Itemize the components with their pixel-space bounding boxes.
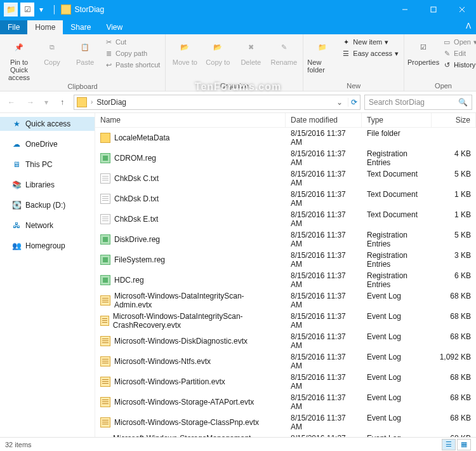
paste-icon: 📋 [75, 37, 95, 57]
chevron-right-icon[interactable]: › [89, 98, 94, 105]
table-row[interactable]: Microsoft-Windows-DataIntegrityScan-Admi… [95, 290, 476, 311]
forward-button[interactable]: → [23, 95, 38, 110]
path-icon: ≣ [104, 49, 113, 58]
copy-path-button[interactable]: ≣Copy path [103, 48, 161, 58]
file-date: 8/15/2016 11:37 AM [286, 230, 362, 249]
homegroup-icon: 👥 [11, 241, 22, 251]
nav-this-pc[interactable]: 🖥This PC [0, 158, 95, 172]
header-name[interactable]: Name [95, 113, 286, 127]
properties-qat-icon[interactable]: ☑ [20, 3, 34, 17]
close-button[interactable] [447, 0, 476, 19]
properties-icon: ☑ [413, 37, 433, 57]
tab-home[interactable]: Home [27, 20, 63, 34]
copy-to-button[interactable]: 📂Copy to [202, 37, 233, 66]
rename-button[interactable]: ✎Rename [268, 37, 299, 66]
table-row[interactable]: HDC.reg8/15/2016 11:37 AMRegistration En… [95, 270, 476, 290]
nav-network[interactable]: 🖧Network [0, 219, 95, 232]
up-button[interactable]: ↑ [55, 95, 70, 110]
table-row[interactable]: Microsoft-Windows-DataIntegrityScan-Cras… [95, 311, 476, 331]
file-size: 68 KB [432, 413, 476, 432]
back-button[interactable]: ← [4, 95, 19, 110]
history-button[interactable]: ↺History [441, 60, 476, 70]
table-row[interactable]: FileSystem.reg8/15/2016 11:37 AMRegistra… [95, 250, 476, 270]
header-size[interactable]: Size [432, 113, 476, 127]
explorer-icon[interactable]: 📁 [4, 3, 18, 17]
easy-access-button[interactable]: ☰Easy access ▾ [340, 48, 400, 58]
file-size: 1,092 KB [432, 352, 476, 371]
breadcrumb[interactable]: › StorDiag ⌄ ⟳ [74, 95, 360, 110]
table-row[interactable]: ChkDsk D.txt8/15/2016 11:37 AMText Docum… [95, 189, 476, 209]
table-row[interactable]: LocaleMetaData8/15/2016 11:37 AMFile fol… [95, 128, 476, 148]
properties-button[interactable]: ☑Properties [408, 37, 439, 66]
table-row[interactable]: Microsoft-Windows-StorageManagement-Oper… [95, 433, 476, 437]
minimize-button[interactable] [390, 0, 419, 19]
file-size: 68 KB [432, 332, 476, 351]
paste-button[interactable]: 📋Paste [70, 37, 100, 66]
details-view-button[interactable]: ☰ [442, 439, 456, 450]
file-size [432, 128, 476, 147]
delete-button[interactable]: ✖Delete [235, 37, 266, 66]
file-name: ChkDsk D.txt [114, 194, 159, 203]
file-type: Registration Entries [362, 149, 432, 168]
move-to-button[interactable]: 📂Move to [169, 37, 200, 66]
icons-view-button[interactable]: ▦ [457, 439, 471, 450]
file-name: Microsoft-Windows-Storage-ClassPnp.evtx [114, 418, 259, 427]
paste-shortcut-button[interactable]: ↩Paste shortcut [103, 60, 161, 70]
dropdown-icon: ▾ [385, 38, 388, 46]
file-icon [100, 377, 110, 387]
collapse-ribbon-icon[interactable]: ᐱ [466, 22, 471, 30]
table-row[interactable]: ChkDsk C.txt8/15/2016 11:37 AMText Docum… [95, 168, 476, 189]
table-row[interactable]: Microsoft-Windows-Storage-ATAPort.evtx8/… [95, 392, 476, 412]
search-input[interactable]: Search StorDiag 🔍 [364, 95, 472, 110]
nav-backup[interactable]: 💽Backup (D:) [0, 198, 95, 212]
table-row[interactable]: Microsoft-Windows-Partition.evtx8/15/201… [95, 372, 476, 392]
new-folder-button[interactable]: 📁New folder [307, 37, 338, 74]
maximize-button[interactable] [419, 0, 447, 19]
file-name: Microsoft-Windows-StorageManagement-Oper… [113, 434, 281, 437]
file-name: FileSystem.reg [114, 255, 165, 264]
copy-button[interactable]: ⧉Copy [37, 37, 67, 66]
table-row[interactable]: Microsoft-Windows-Storage-ClassPnp.evtx8… [95, 412, 476, 433]
breadcrumb-segment[interactable]: StorDiag [96, 98, 126, 107]
file-size: 68 KB [432, 433, 476, 437]
nav-libraries[interactable]: 📚Libraries [0, 178, 95, 192]
file-name: HDC.reg [114, 276, 144, 285]
search-placeholder: Search StorDiag [369, 98, 425, 107]
file-name: Microsoft-Windows-Partition.evtx [114, 377, 225, 386]
tab-file[interactable]: File [0, 20, 27, 34]
header-type[interactable]: Type [362, 113, 432, 127]
nav-quick-access[interactable]: ★Quick access [0, 117, 95, 131]
file-name: ChkDsk C.txt [114, 174, 159, 183]
edit-button[interactable]: ✎Edit [441, 48, 476, 58]
file-date: 8/15/2016 11:37 AM [286, 128, 362, 147]
file-date: 8/15/2016 11:37 AM [286, 291, 362, 310]
table-row[interactable]: Microsoft-Windows-Ntfs.evtx8/15/2016 11:… [95, 351, 476, 372]
tab-view[interactable]: View [98, 20, 130, 34]
nav-onedrive[interactable]: ☁OneDrive [0, 137, 95, 151]
file-name: ChkDsk E.txt [114, 215, 158, 224]
open-button[interactable]: ▭Open ▾ [441, 37, 476, 47]
navigation-pane: ★Quick access ☁OneDrive 🖥This PC 📚Librar… [0, 113, 95, 437]
qat-dropdown-icon[interactable]: ▾ [37, 5, 46, 14]
address-dropdown-icon[interactable]: ⌄ [334, 98, 345, 107]
drive-icon: 💽 [11, 200, 22, 210]
pin-button[interactable]: 📌Pin to Quick access [4, 37, 34, 81]
file-size: 4 KB [432, 149, 476, 168]
file-date: 8/15/2016 11:37 AM [286, 169, 362, 188]
table-row[interactable]: CDROM.reg8/15/2016 11:37 AMRegistration … [95, 148, 476, 168]
refresh-icon[interactable]: ⟳ [348, 98, 357, 107]
header-date[interactable]: Date modified [286, 113, 362, 127]
table-row[interactable]: ChkDsk E.txt8/15/2016 11:37 AMText Docum… [95, 209, 476, 229]
file-date: 8/15/2016 11:37 AM [286, 250, 362, 269]
cut-button[interactable]: ✂Cut [103, 37, 161, 47]
table-row[interactable]: DiskDrive.reg8/15/2016 11:37 AMRegistrat… [95, 229, 476, 250]
tab-share[interactable]: Share [63, 20, 98, 34]
nav-homegroup[interactable]: 👥Homegroup [0, 239, 95, 253]
new-item-button[interactable]: ✦New item ▾ [340, 37, 400, 47]
table-row[interactable]: Microsoft-Windows-DiskDiagnostic.evtx8/1… [95, 331, 476, 351]
file-size: 1 KB [432, 210, 476, 229]
content: ★Quick access ☁OneDrive 🖥This PC 📚Librar… [0, 113, 476, 437]
file-name: Microsoft-Windows-Ntfs.evtx [114, 357, 211, 366]
file-type: Text Document [362, 169, 432, 188]
recent-dropdown[interactable]: ▾ [42, 95, 51, 110]
